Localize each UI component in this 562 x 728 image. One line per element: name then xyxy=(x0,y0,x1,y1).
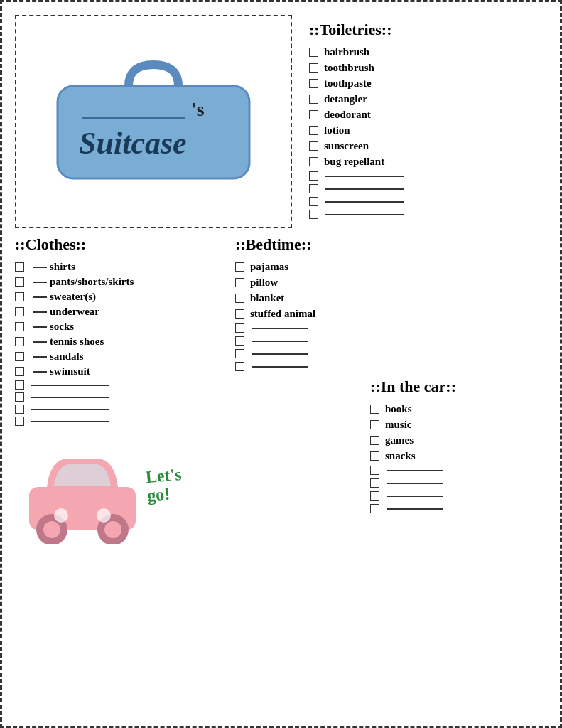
checkbox-blank-ic2[interactable] xyxy=(370,478,379,488)
checkbox-blank-b4[interactable] xyxy=(235,362,244,371)
page: 's Suitcase ::Toiletries:: hairbrush too… xyxy=(0,0,562,728)
checkbox-tennis[interactable] xyxy=(15,337,24,346)
checkbox-books[interactable] xyxy=(370,405,379,414)
item-label: pants/shorts/skirts xyxy=(50,276,134,288)
list-item xyxy=(309,184,537,193)
list-item xyxy=(15,405,228,414)
checkbox-blank-c3[interactable] xyxy=(15,405,24,414)
list-item: detangler xyxy=(309,93,537,105)
checkbox-blanket[interactable] xyxy=(235,294,244,303)
bedtime-title: ::Bedtime:: xyxy=(235,235,363,254)
list-item: stuffed animal xyxy=(235,308,363,320)
quantity-blank xyxy=(33,326,47,328)
item-label: music xyxy=(385,419,412,431)
checkbox-blank-c1[interactable] xyxy=(15,380,24,390)
item-label: blanket xyxy=(250,292,284,304)
list-item xyxy=(309,171,537,181)
checkbox-games[interactable] xyxy=(370,436,379,445)
checkbox-blank-c4[interactable] xyxy=(15,417,24,426)
svg-point-8 xyxy=(104,521,121,538)
blank-line xyxy=(325,214,404,215)
checkbox-blank-b3[interactable] xyxy=(235,349,244,358)
list-item: pajamas xyxy=(235,261,363,273)
quantity-blank xyxy=(33,371,47,373)
blank-line xyxy=(31,409,109,410)
header-area: 's Suitcase ::Toiletries:: hairbrush too… xyxy=(15,15,547,228)
checkbox-hairbrush[interactable] xyxy=(309,48,318,57)
list-item: toothpaste xyxy=(309,77,537,90)
checkbox-snacks[interactable] xyxy=(370,451,379,461)
list-item: music xyxy=(370,419,547,431)
item-label: sandals xyxy=(50,350,84,363)
suitcase-graphic: 's Suitcase xyxy=(36,58,271,186)
item-label: toothbrush xyxy=(324,62,374,74)
list-item: toothbrush xyxy=(309,62,537,74)
checkbox-blank-t1[interactable] xyxy=(309,171,318,181)
list-item: swimsuit xyxy=(15,365,228,378)
quantity-blank xyxy=(33,267,47,268)
blank-line xyxy=(325,201,404,203)
item-label: hairbrush xyxy=(324,46,369,58)
checkbox-blank-b1[interactable] xyxy=(235,323,244,333)
checkbox-music[interactable] xyxy=(370,420,379,429)
incar-section: ::In the car:: books music games xyxy=(370,235,547,517)
quantity-blank xyxy=(33,356,47,358)
clothes-column: ::Clothes:: shirts pants/shorts/skirts s… xyxy=(15,235,235,547)
checkbox-blank-b2[interactable] xyxy=(235,336,244,346)
checkbox-shirts[interactable] xyxy=(15,262,24,272)
item-label: pillow xyxy=(250,277,278,289)
list-item: pillow xyxy=(235,277,363,289)
checkbox-detangler[interactable] xyxy=(309,95,318,104)
checkbox-sweater[interactable] xyxy=(15,292,24,301)
checkbox-deodorant[interactable] xyxy=(309,110,318,119)
blank-line xyxy=(252,366,308,368)
checkbox-sunscreen[interactable] xyxy=(309,141,318,151)
checkbox-blank-c2[interactable] xyxy=(15,392,24,402)
checkbox-socks[interactable] xyxy=(15,322,24,331)
list-item xyxy=(370,478,547,488)
checkbox-blank-ic1[interactable] xyxy=(370,466,379,475)
checkbox-pants[interactable] xyxy=(15,277,24,287)
checkbox-pillow[interactable] xyxy=(235,278,244,287)
svg-point-9 xyxy=(54,508,68,523)
checkbox-toothbrush[interactable] xyxy=(309,63,318,73)
blank-line xyxy=(387,470,443,471)
list-item xyxy=(15,392,228,402)
checkbox-blank-t4[interactable] xyxy=(309,210,318,219)
svg-text:'s: 's xyxy=(191,98,205,120)
list-item xyxy=(309,210,537,219)
checkbox-blank-ic4[interactable] xyxy=(370,504,379,513)
toiletries-title: ::Toiletries:: xyxy=(309,21,537,39)
item-label: swimsuit xyxy=(50,365,90,378)
quantity-blank xyxy=(33,341,47,343)
item-label: games xyxy=(385,434,414,446)
list-item: socks xyxy=(15,321,228,333)
blank-line xyxy=(252,353,308,355)
checkbox-blank-ic3[interactable] xyxy=(370,491,379,500)
list-item: underwear xyxy=(15,306,228,318)
checkbox-sandals[interactable] xyxy=(15,352,24,361)
blank-line xyxy=(31,421,109,422)
blank-line xyxy=(387,496,443,497)
checkbox-bug-repellant[interactable] xyxy=(309,157,318,166)
list-item: snacks xyxy=(370,450,547,462)
list-item: blanket xyxy=(235,292,363,304)
checkbox-blank-t2[interactable] xyxy=(309,184,318,193)
main-content: ::Clothes:: shirts pants/shorts/skirts s… xyxy=(15,235,547,547)
checkbox-toothpaste[interactable] xyxy=(309,79,318,88)
blank-line xyxy=(387,483,443,484)
quantity-blank xyxy=(33,296,47,298)
item-label: detangler xyxy=(324,93,367,105)
blank-line xyxy=(31,385,109,386)
checkbox-stuffed-animal[interactable] xyxy=(235,309,244,318)
list-item xyxy=(235,349,363,358)
checkbox-swimsuit[interactable] xyxy=(15,367,24,376)
checkbox-pajamas[interactable] xyxy=(235,262,244,272)
list-item: books xyxy=(370,403,547,415)
list-item xyxy=(15,417,228,426)
checkbox-blank-t3[interactable] xyxy=(309,197,318,206)
checkbox-underwear[interactable] xyxy=(15,307,24,316)
item-label: socks xyxy=(50,321,74,333)
item-label: lotion xyxy=(324,124,350,136)
checkbox-lotion[interactable] xyxy=(309,126,318,135)
